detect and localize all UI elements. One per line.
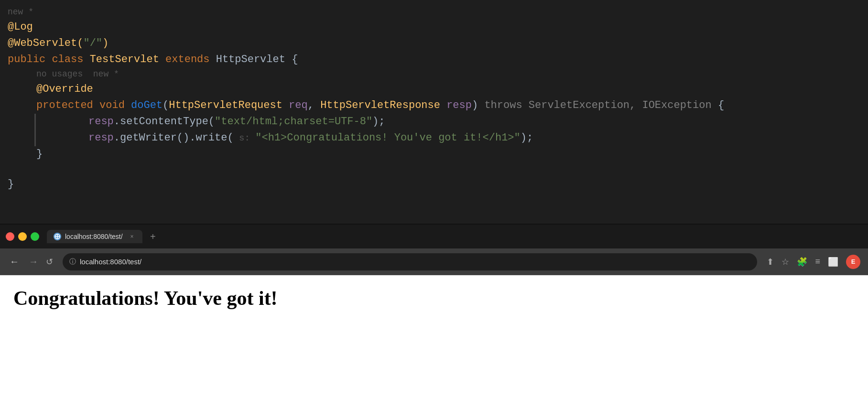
code-line-close-class: } (8, 176, 868, 193)
method-body-block: resp.setContentType("text/html;charset=U… (34, 114, 868, 146)
browser-toolbar: ← → ↺ ⓘ localhost:8080/test/ ⬆ ☆ 🧩 ≡ ⬜ E (0, 248, 868, 275)
address-text: localhost:8080/test/ (80, 258, 141, 266)
maximize-window-button[interactable] (31, 232, 39, 241)
code-line-override: @Override (8, 81, 868, 97)
code-line-getwriter: resp.getWriter().write( s: "<h1>Congratu… (65, 130, 868, 146)
share-icon[interactable]: ⬆ (767, 257, 774, 267)
toolbar-actions: ⬆ ☆ 🧩 ≡ ⬜ E (767, 255, 860, 269)
code-editor: new * @Log @WebServlet("/") public class… (0, 0, 868, 224)
split-view-icon[interactable]: ⬜ (828, 257, 838, 267)
back-button[interactable]: ← (8, 256, 21, 267)
code-line-hint2: no usages new * (8, 68, 868, 81)
code-line-log: @Log (8, 19, 868, 35)
webservlet-arg: "/" (83, 35, 102, 52)
hint-new: new * (8, 6, 33, 19)
address-bar[interactable]: ⓘ localhost:8080/test/ (63, 253, 757, 270)
bookmark-icon[interactable]: ☆ (781, 257, 789, 267)
forward-button[interactable]: → (27, 256, 40, 267)
browser-tab-active[interactable]: localhost:8080/test/ × (47, 230, 142, 243)
code-line-method-decl: protected void doGet(HttpServletRequest … (8, 97, 868, 114)
page-heading: Congratulations! You've got it! (13, 287, 855, 310)
code-line-blank (8, 163, 868, 176)
browser-page-content: Congratulations! You've got it! (0, 275, 868, 410)
extensions-icon[interactable]: 🧩 (797, 257, 807, 267)
new-tab-button[interactable]: + (146, 231, 160, 242)
browser-tabs-bar: localhost:8080/test/ × + (0, 225, 868, 248)
refresh-button[interactable]: ↺ (46, 257, 53, 267)
code-line-webservlet: @WebServlet("/") (8, 35, 868, 52)
traffic-lights (6, 232, 39, 241)
profile-button[interactable]: E (846, 255, 860, 269)
annotation-webservlet: @WebServlet( (8, 35, 83, 52)
browser-window: localhost:8080/test/ × + ← → ↺ ⓘ localho… (0, 224, 868, 410)
code-line-class-decl: public class TestServlet extends HttpSer… (8, 52, 868, 68)
code-line-close-method: } (8, 146, 868, 162)
annotation-log: @Log (8, 19, 33, 35)
code-line-setcontent: resp.setContentType("text/html;charset=U… (65, 114, 868, 130)
tab-favicon (54, 233, 61, 240)
code-line-new: new * (8, 6, 868, 19)
tab-close-button[interactable]: × (128, 233, 136, 240)
close-window-button[interactable] (6, 232, 14, 241)
reading-list-icon[interactable]: ≡ (815, 257, 820, 267)
info-icon: ⓘ (69, 258, 76, 266)
tab-title: localhost:8080/test/ (65, 233, 124, 240)
minimize-window-button[interactable] (18, 232, 27, 241)
